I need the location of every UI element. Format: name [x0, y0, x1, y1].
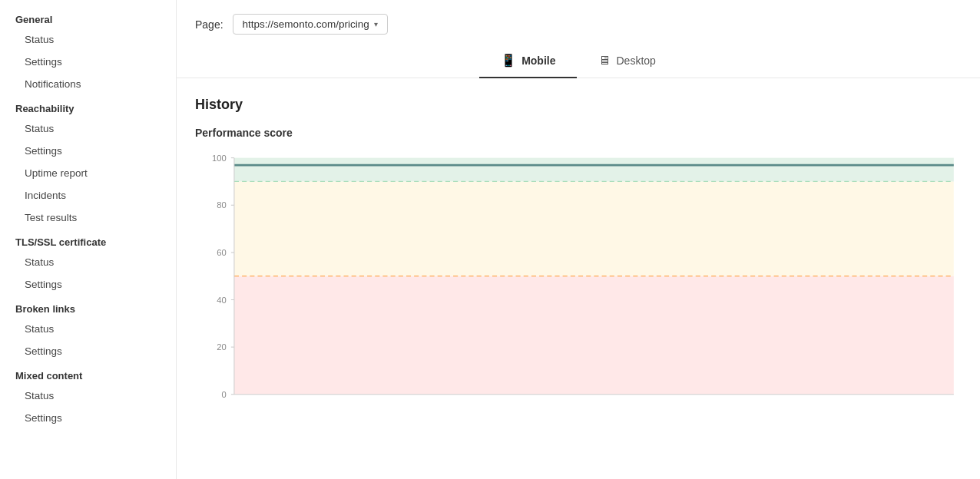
tabs-bar: 📱 Mobile 🖥 Desktop — [177, 45, 980, 78]
y-label-80: 80 — [217, 200, 226, 210]
sidebar-item-general-notifications[interactable]: Notifications — [0, 73, 176, 95]
y-label-20: 20 — [217, 342, 226, 352]
sidebar-item-tls-settings[interactable]: Settings — [0, 273, 176, 296]
sidebar-section-reachability: Reachability — [0, 95, 176, 117]
tab-mobile[interactable]: 📱 Mobile — [479, 45, 577, 78]
sidebar-item-reachability-incidents[interactable]: Incidents — [0, 184, 176, 206]
dropdown-arrow-icon: ▾ — [374, 20, 378, 28]
performance-chart: 100 80 60 40 20 0 — [195, 150, 962, 411]
chart-title: Performance score — [195, 127, 962, 139]
sidebar-item-reachability-settings[interactable]: Settings — [0, 140, 176, 162]
chart-svg: 100 80 60 40 20 0 — [195, 150, 962, 411]
page-bar: Page: https://semonto.com/pricing ▾ — [177, 0, 980, 45]
tab-desktop[interactable]: 🖥 Desktop — [577, 46, 677, 78]
sidebar: General Status Settings Notifications Re… — [0, 0, 177, 479]
main-content: Page: https://semonto.com/pricing ▾ 📱 Mo… — [177, 0, 980, 479]
sidebar-section-general: General — [0, 6, 176, 28]
y-label-60: 60 — [217, 248, 226, 257]
content-area: History Performance score — [177, 78, 980, 411]
sidebar-item-mixed-settings[interactable]: Settings — [0, 407, 176, 429]
y-label-0: 0 — [221, 390, 226, 399]
red-zone — [234, 276, 954, 395]
desktop-icon: 🖥 — [598, 54, 611, 68]
sidebar-item-general-settings[interactable]: Settings — [0, 51, 176, 73]
sidebar-item-broken-settings[interactable]: Settings — [0, 340, 176, 362]
history-title: History — [195, 97, 962, 113]
sidebar-item-broken-status[interactable]: Status — [0, 318, 176, 340]
sidebar-section-mixed-content: Mixed content — [0, 362, 176, 385]
y-label-100: 100 — [212, 154, 227, 163]
sidebar-item-reachability-test[interactable]: Test results — [0, 206, 176, 229]
page-label: Page: — [195, 18, 223, 31]
tab-mobile-label: Mobile — [521, 55, 555, 67]
sidebar-item-reachability-status[interactable]: Status — [0, 117, 176, 140]
y-label-40: 40 — [217, 296, 226, 305]
sidebar-item-tls-status[interactable]: Status — [0, 251, 176, 273]
sidebar-item-general-status[interactable]: Status — [0, 28, 176, 51]
orange-zone — [234, 181, 954, 276]
tab-desktop-label: Desktop — [616, 55, 655, 67]
sidebar-section-tls: TLS/SSL certificate — [0, 229, 176, 251]
page-url: https://semonto.com/pricing — [243, 18, 369, 30]
sidebar-section-broken-links: Broken links — [0, 296, 176, 318]
sidebar-item-mixed-status[interactable]: Status — [0, 385, 176, 407]
mobile-icon: 📱 — [501, 53, 516, 68]
sidebar-item-reachability-uptime[interactable]: Uptime report — [0, 162, 176, 184]
page-dropdown[interactable]: https://semonto.com/pricing ▾ — [233, 14, 388, 35]
green-zone — [234, 158, 954, 182]
